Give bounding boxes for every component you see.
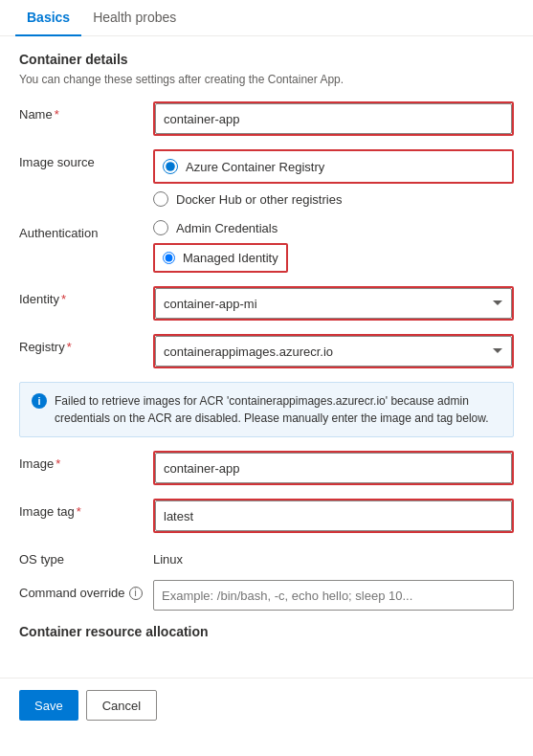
radio-admin-label: Admin Credentials: [176, 221, 278, 235]
image-input[interactable]: [155, 453, 512, 483]
info-box: i Failed to retrieve images for ACR 'con…: [19, 382, 514, 437]
radio-admin-input[interactable]: [153, 220, 168, 235]
auth-control: Admin Credentials Managed Identity: [153, 220, 514, 273]
image-label: Image*: [19, 451, 153, 471]
image-source-row: Image source Azure Container Registry Do…: [19, 149, 514, 207]
radio-docker[interactable]: Docker Hub or other registries: [153, 191, 514, 207]
radio-acr-label: Azure Container Registry: [186, 160, 324, 174]
name-control: [153, 101, 514, 136]
os-type-row: OS type Linux: [19, 546, 514, 567]
radio-managed-label: Managed Identity: [183, 251, 278, 265]
footer: Save Cancel: [0, 678, 533, 732]
name-required: *: [55, 107, 59, 122]
radio-docker-input[interactable]: [153, 191, 168, 207]
name-input[interactable]: [155, 103, 512, 134]
section-desc: You can change these settings after crea…: [19, 73, 514, 86]
registry-label: Registry*: [19, 334, 153, 354]
command-override-input[interactable]: [153, 580, 514, 611]
radio-acr[interactable]: Azure Container Registry: [163, 159, 504, 174]
identity-required: *: [61, 292, 66, 306]
radio-docker-label: Docker Hub or other registries: [176, 192, 342, 207]
managed-identity-highlight-box: Managed Identity: [153, 243, 288, 273]
identity-dropdown[interactable]: container-app-mi: [155, 288, 512, 319]
image-tag-input[interactable]: [155, 500, 512, 531]
info-icon: i: [32, 393, 47, 409]
image-source-highlight-box: Azure Container Registry: [153, 149, 514, 184]
name-label: Name*: [19, 101, 153, 122]
registry-dropdown[interactable]: containerappimages.azurecr.io: [155, 336, 512, 367]
radio-admin[interactable]: Admin Credentials: [153, 220, 514, 235]
image-row: Image*: [19, 451, 514, 485]
image-source-label: Image source: [19, 149, 153, 169]
radio-managed-input[interactable]: [163, 252, 175, 264]
registry-row: Registry* containerappimages.azurecr.io: [19, 334, 514, 368]
name-row: Name*: [19, 101, 514, 136]
cancel-button[interactable]: Cancel: [86, 690, 157, 721]
registry-control: containerappimages.azurecr.io: [153, 334, 514, 368]
name-highlight-box: [153, 101, 514, 136]
command-override-row: Command override i: [19, 580, 514, 611]
image-tag-highlight-box: [153, 499, 514, 533]
section-title: Container details: [19, 52, 514, 67]
image-highlight-box: [153, 451, 514, 485]
identity-highlight-box: container-app-mi: [153, 286, 514, 321]
auth-label: Authentication: [19, 220, 153, 240]
image-tag-row: Image tag*: [19, 499, 514, 533]
auth-row: Authentication Admin Credentials Managed…: [19, 220, 514, 273]
radio-acr-input[interactable]: [163, 159, 178, 174]
tab-basics[interactable]: Basics: [15, 0, 81, 36]
content-area: Container details You can change these s…: [0, 36, 533, 670]
command-override-control: [153, 580, 514, 611]
command-override-tooltip-icon[interactable]: i: [129, 587, 143, 600]
image-source-control: Azure Container Registry Docker Hub or o…: [153, 149, 514, 207]
allocation-title: Container resource allocation: [19, 624, 514, 639]
radio-docker-wrapper: Docker Hub or other registries: [153, 191, 514, 207]
save-button[interactable]: Save: [19, 690, 78, 721]
info-text: Failed to retrieve images for ACR 'conta…: [55, 392, 501, 427]
command-override-label: Command override i: [19, 580, 153, 600]
image-tag-label: Image tag*: [19, 499, 153, 519]
os-type-value: Linux: [153, 546, 514, 567]
identity-label: Identity*: [19, 286, 153, 306]
identity-control: container-app-mi: [153, 286, 514, 321]
image-tag-required: *: [77, 504, 81, 519]
os-type-label: OS type: [19, 546, 153, 567]
radio-managed-wrapper: Managed Identity: [153, 243, 514, 273]
image-required: *: [56, 456, 60, 471]
registry-highlight-box: containerappimages.azurecr.io: [153, 334, 514, 368]
identity-row: Identity* container-app-mi: [19, 286, 514, 321]
image-control: [153, 451, 514, 485]
image-tag-control: [153, 499, 514, 533]
tab-health-probes[interactable]: Health probes: [81, 0, 188, 36]
tabs: Basics Health probes: [0, 0, 533, 36]
registry-required: *: [67, 340, 72, 354]
